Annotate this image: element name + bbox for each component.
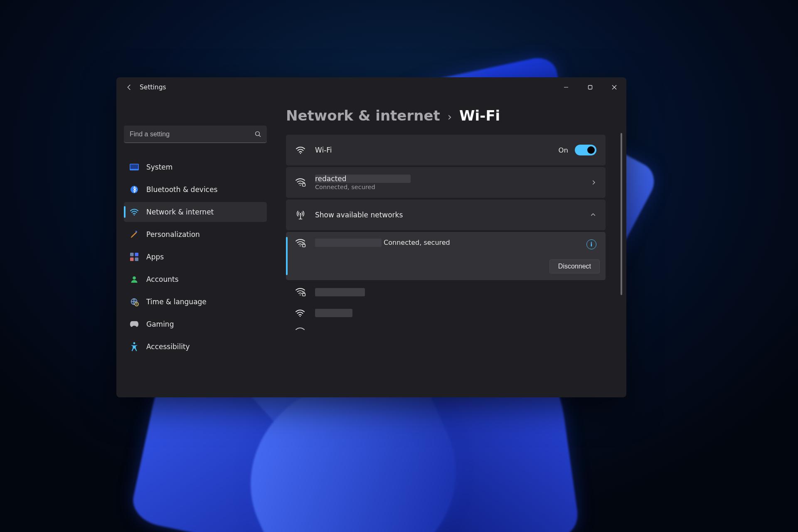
minimize-button[interactable] <box>554 79 578 96</box>
svg-rect-10 <box>135 231 137 233</box>
wifi-icon <box>130 207 139 217</box>
sidebar-item-personalization[interactable]: Personalization <box>124 224 267 244</box>
svg-rect-11 <box>130 253 134 256</box>
svg-rect-1 <box>589 86 592 89</box>
antenna-icon <box>295 210 306 220</box>
network-properties-button[interactable]: i <box>586 239 596 249</box>
settings-window: Settings <box>116 77 626 397</box>
sidebar-item-label: Accounts <box>146 275 179 283</box>
sidebar-item-label: System <box>146 163 172 171</box>
window-title: Settings <box>140 84 166 91</box>
breadcrumb-parent[interactable]: Network & internet <box>286 107 440 124</box>
wifi-toggle[interactable] <box>575 145 596 155</box>
sidebar-item-apps[interactable]: Apps <box>124 247 267 267</box>
svg-rect-24 <box>303 244 305 247</box>
sidebar-item-label: Apps <box>146 253 164 261</box>
wifi-secured-icon <box>295 239 306 249</box>
globe-clock-icon <box>130 297 139 306</box>
back-button[interactable] <box>122 80 136 94</box>
paintbrush-icon <box>130 230 139 239</box>
available-network-item[interactable]: redacted <box>286 303 606 323</box>
sidebar-item-accounts[interactable]: Accounts <box>124 269 267 289</box>
page-title: Wi-Fi <box>459 107 500 124</box>
sidebar-item-label: Bluetooth & devices <box>146 185 217 194</box>
wifi-master-label: Wi-Fi <box>315 146 549 154</box>
close-button[interactable] <box>602 79 626 96</box>
breadcrumb: Network & internet › Wi-Fi <box>286 107 606 124</box>
sidebar-item-label: Time & language <box>146 298 207 306</box>
available-networks-header[interactable]: Show available networks <box>286 200 606 230</box>
available-network-name: redacted <box>315 288 365 296</box>
disconnect-button[interactable]: Disconnect <box>549 259 600 273</box>
wifi-icon <box>295 326 306 332</box>
chevron-right-icon <box>591 180 596 185</box>
search-box[interactable] <box>124 126 267 143</box>
available-network-item[interactable] <box>286 323 606 334</box>
sidebar: System Bluetooth & devices Network & int… <box>116 97 274 397</box>
svg-point-18 <box>133 342 135 344</box>
svg-rect-13 <box>130 258 134 261</box>
current-network-card[interactable]: redacted Connected, secured <box>286 167 606 198</box>
search-icon <box>254 131 262 138</box>
display-icon <box>130 163 139 172</box>
wifi-secured-icon <box>295 178 306 187</box>
chevron-up-icon <box>590 212 596 218</box>
wifi-icon <box>295 146 306 154</box>
wifi-secured-icon <box>295 288 306 297</box>
selected-network-card[interactable]: redacted Connected, secured i Disconnect <box>286 232 606 280</box>
current-network-status: Connected, secured <box>315 184 581 190</box>
wifi-master-card: Wi-Fi On <box>286 135 606 165</box>
svg-point-19 <box>300 153 301 154</box>
sidebar-item-bluetooth[interactable]: Bluetooth & devices <box>124 180 267 200</box>
svg-rect-14 <box>135 258 139 261</box>
apps-icon <box>130 252 139 261</box>
sidebar-item-network[interactable]: Network & internet <box>124 202 267 222</box>
scrollbar[interactable] <box>621 133 622 295</box>
wifi-state-label: On <box>559 146 568 154</box>
svg-rect-12 <box>135 253 139 256</box>
gamepad-icon <box>130 320 139 329</box>
sidebar-item-label: Accessibility <box>146 342 190 351</box>
svg-point-25 <box>300 294 300 295</box>
search-input[interactable] <box>124 126 267 143</box>
svg-point-4 <box>256 132 260 136</box>
sidebar-item-gaming[interactable]: Gaming <box>124 314 267 334</box>
accessibility-icon <box>130 342 139 351</box>
current-network-name: redacted <box>315 175 411 183</box>
svg-rect-7 <box>131 165 138 169</box>
svg-point-15 <box>133 276 136 280</box>
available-network-item[interactable]: redacted <box>286 282 606 303</box>
svg-point-9 <box>134 214 135 215</box>
svg-point-23 <box>300 245 300 246</box>
available-network-name: redacted <box>315 309 352 317</box>
sidebar-item-accessibility[interactable]: Accessibility <box>124 337 267 357</box>
sidebar-item-label: Network & internet <box>146 208 214 216</box>
svg-point-27 <box>300 316 301 317</box>
person-icon <box>130 275 139 284</box>
sidebar-item-label: Personalization <box>146 230 200 239</box>
selected-network-status: Connected, secured <box>384 239 450 246</box>
titlebar: Settings <box>116 77 626 97</box>
svg-point-20 <box>300 185 300 185</box>
bluetooth-icon <box>130 185 139 194</box>
available-networks-label: Show available networks <box>315 211 581 219</box>
main-pane: Network & internet › Wi-Fi Wi-Fi <box>274 97 626 397</box>
svg-line-5 <box>259 135 261 137</box>
wifi-icon <box>295 309 306 317</box>
svg-rect-26 <box>303 293 305 296</box>
sidebar-item-system[interactable]: System <box>124 157 267 177</box>
svg-rect-21 <box>303 184 305 186</box>
sidebar-item-time-language[interactable]: Time & language <box>124 292 267 312</box>
sidebar-item-label: Gaming <box>146 320 174 328</box>
chevron-right-icon: › <box>448 111 452 123</box>
maximize-button[interactable] <box>578 79 602 96</box>
selected-network-name: redacted <box>315 239 382 247</box>
